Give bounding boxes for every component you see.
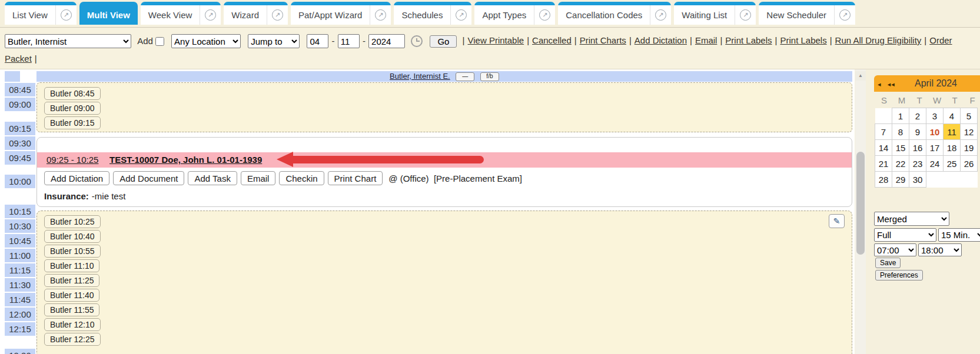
calendar-day[interactable]: 10 [926, 123, 944, 140]
tab-week-view[interactable]: Week View↗ [141, 2, 221, 25]
print-chart-button[interactable]: Print Chart [328, 171, 383, 185]
calendar-day[interactable]: 1 [892, 108, 909, 124]
tab-cancellation-codes[interactable]: Cancellation Codes↗ [558, 2, 671, 25]
tab-open-new-window-button[interactable]: ↗ [450, 5, 471, 25]
calendar-day[interactable]: 29 [892, 171, 909, 188]
tab-schedules[interactable]: Schedules↗ [394, 2, 471, 25]
location-select[interactable]: Any Location [171, 34, 241, 48]
start-time-select[interactable]: 07:00 [874, 243, 916, 256]
print-labels-link[interactable]: Print Labels [725, 35, 772, 45]
calendar-day[interactable]: 24 [926, 155, 944, 172]
add-checkbox[interactable] [155, 37, 164, 46]
provider-header-link[interactable]: Butler, Internist E. [390, 72, 450, 81]
date-month-input[interactable] [307, 34, 328, 48]
slot-button-butler-10-40[interactable]: Butler 10:40 [44, 230, 101, 243]
calendar-day[interactable]: 23 [909, 155, 926, 172]
time-cell: 12:15 [5, 322, 35, 336]
calendar-day[interactable]: 4 [943, 108, 961, 124]
size-select[interactable]: Full [874, 228, 936, 242]
calendar-day[interactable]: 19 [960, 139, 978, 156]
calendar-day[interactable]: 18 [943, 139, 961, 156]
tab-wizard[interactable]: Wizard↗ [224, 2, 288, 25]
tab-waiting-list[interactable]: Waiting List↗ [674, 2, 756, 25]
add-dictation-button[interactable]: Add Dictation [44, 171, 109, 185]
tab-appt-types[interactable]: Appt Types↗ [474, 2, 555, 25]
clock-icon[interactable] [411, 35, 423, 47]
calendar-day[interactable]: 14 [875, 139, 892, 156]
calendar-day[interactable]: 25 [943, 155, 961, 172]
preferences-button[interactable]: Preferences [875, 270, 923, 280]
interval-select[interactable]: 15 Min. [938, 228, 980, 242]
calendar-day[interactable]: 8 [892, 123, 909, 140]
tab-open-new-window-button[interactable]: ↗ [55, 5, 77, 25]
collapse-column-button[interactable]: — [456, 72, 474, 81]
date-year-input[interactable] [368, 34, 405, 48]
email-link[interactable]: Email [695, 35, 717, 45]
tab-open-new-window-button[interactable]: ↗ [534, 5, 555, 25]
calendar-day[interactable]: 3 [926, 108, 944, 124]
tab-open-new-window-button[interactable]: ↗ [735, 5, 756, 25]
appointment-patient-link[interactable]: TEST-10007 Doe, John L. 01-01-1939 [109, 152, 262, 168]
slot-button-butler-10-25[interactable]: Butler 10:25 [44, 215, 101, 228]
time-cell: 09:45 [5, 151, 35, 165]
calendar-day[interactable]: 30 [909, 171, 926, 188]
calendar-day[interactable]: 17 [926, 139, 944, 156]
calendar-day[interactable]: 7 [875, 123, 892, 140]
slot-button-butler-11-55[interactable]: Butler 11:55 [44, 303, 99, 316]
calendar-day[interactable]: 21 [875, 155, 892, 172]
tab-open-new-window-button[interactable]: ↗ [370, 5, 391, 25]
edit-schedule-button[interactable]: ✎ [829, 214, 845, 228]
jump-to-select[interactable]: Jump to [248, 34, 300, 48]
print-labels-link[interactable]: Print Labels [780, 35, 826, 45]
calendar-day[interactable]: 26 [960, 155, 978, 172]
calendar-day[interactable]: 16 [909, 139, 926, 156]
calendar-day[interactable]: 22 [892, 155, 909, 172]
print-charts-link[interactable]: Print Charts [580, 35, 626, 45]
run-all-drug-eligibility-link[interactable]: Run All Drug Eligibility [835, 35, 922, 45]
slot-button-butler-11-10[interactable]: Butler 11:10 [44, 259, 99, 272]
date-day-input[interactable] [338, 34, 360, 48]
calendar-day[interactable]: 5 [960, 108, 978, 124]
appointment-time-link[interactable]: 09:25 - 10:25 [46, 152, 98, 168]
end-time-select[interactable]: 18:00 [918, 243, 962, 256]
calendar-day[interactable]: 11 [943, 123, 961, 140]
cancelled-link[interactable]: Cancelled [532, 35, 572, 45]
slot-button-butler-11-40[interactable]: Butler 11:40 [44, 289, 99, 302]
tab-open-new-window-button[interactable]: ↗ [200, 5, 221, 25]
calendar-day[interactable]: 28 [875, 171, 892, 188]
slot-button-butler-10-55[interactable]: Butler 10:55 [44, 245, 101, 258]
add-dictation-link[interactable]: Add Dictation [634, 35, 687, 45]
calendar-day[interactable]: 9 [909, 123, 926, 140]
slot-button-butler-09-15[interactable]: Butler 09:15 [44, 116, 101, 129]
slot-button-butler-09-00[interactable]: Butler 09:00 [44, 102, 101, 115]
calendar-day[interactable]: 12 [960, 123, 978, 140]
tab-list-view[interactable]: List View↗ [5, 2, 77, 25]
calendar-day-header: T [911, 93, 928, 108]
time-cell: 09:00 [5, 98, 35, 111]
calendar-day[interactable]: 15 [892, 139, 909, 156]
tab-new-scheduler[interactable]: New Scheduler↗ [759, 2, 855, 25]
view-mode-select[interactable]: Merged [874, 212, 949, 226]
view-printable-link[interactable]: View Printable [468, 35, 524, 45]
calendar-day-header: T [946, 93, 964, 108]
fb-button[interactable]: f/b [480, 72, 499, 81]
tab-multi-view[interactable]: Multi View [79, 2, 138, 25]
scrollbar-up-arrow-icon[interactable]: ▲ [855, 71, 866, 81]
calendar-day[interactable]: 2 [909, 108, 926, 124]
email-button[interactable]: Email [241, 171, 276, 185]
slot-button-butler-12-10[interactable]: Butler 12:10 [44, 318, 101, 331]
slot-button-butler-12-25[interactable]: Butler 12:25 [44, 333, 101, 346]
slot-button-butler-08-45[interactable]: Butler 08:45 [44, 87, 101, 100]
scrollbar-thumb[interactable] [856, 152, 865, 255]
add-task-button[interactable]: Add Task [188, 171, 237, 185]
tab-open-new-window-button[interactable]: ↗ [834, 5, 855, 25]
slot-button-butler-11-25[interactable]: Butler 11:25 [44, 274, 99, 287]
tab-pat-appt-wizard[interactable]: Pat/Appt Wizard↗ [291, 2, 391, 25]
go-button[interactable]: Go [430, 35, 457, 48]
save-button[interactable]: Save [875, 258, 901, 268]
provider-select[interactable]: Butler, Internist [5, 34, 131, 48]
tab-open-new-window-button[interactable]: ↗ [650, 5, 671, 25]
add-document-button[interactable]: Add Document [113, 171, 184, 185]
tab-open-new-window-button[interactable]: ↗ [267, 5, 288, 25]
checkin-button[interactable]: Checkin [279, 171, 324, 185]
